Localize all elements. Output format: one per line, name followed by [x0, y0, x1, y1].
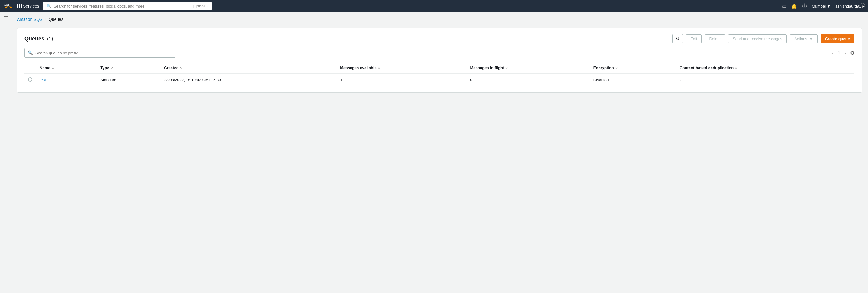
type-sort-icon: ▽ [111, 66, 113, 69]
table-body: test Standard 23/08/2022, 18:19:02 GMT+5… [25, 74, 855, 86]
breadcrumb: Amazon SQS › Queues [17, 17, 862, 22]
col-check-header [25, 62, 36, 74]
table-row: test Standard 23/08/2022, 18:19:02 GMT+5… [25, 74, 855, 86]
sidebar-toggle-button[interactable]: ☰ [4, 15, 8, 22]
create-queue-button[interactable]: Create queue [820, 34, 855, 43]
messages-avail-sort-icon: ▽ [378, 66, 380, 69]
encryption-sort-icon: ▽ [615, 66, 618, 69]
search-input[interactable] [54, 4, 191, 8]
breadcrumb-separator: › [45, 17, 46, 22]
col-encryption-header[interactable]: Encryption ▽ [590, 62, 676, 74]
row-dedup-cell: - [676, 74, 855, 86]
created-sort-icon: ▽ [180, 66, 182, 69]
nav-right: ▭ 🔔 ⓘ Mumbai ▼ ashishgaurd91 ▸ [782, 3, 864, 9]
col-type-header[interactable]: Type ▽ [97, 62, 160, 74]
queues-table: Name ▲ Type ▽ Created ▽ [25, 62, 855, 86]
region-selector[interactable]: Mumbai ▼ [812, 4, 831, 8]
column-settings-icon[interactable]: ⚙ [850, 50, 855, 56]
row-name-cell: test [36, 74, 97, 86]
table-search[interactable]: 🔍 [25, 48, 176, 58]
bell-icon[interactable]: 🔔 [791, 3, 797, 9]
row-radio-button[interactable] [28, 77, 32, 82]
col-name-header[interactable]: Name ▲ [36, 62, 97, 74]
services-menu[interactable]: Services [17, 4, 39, 8]
dedup-sort-icon: ▽ [735, 66, 737, 69]
table-search-input[interactable] [35, 51, 172, 55]
actions-arrow: ▼ [809, 36, 813, 41]
col-messages-flight-label: Messages in flight [470, 65, 504, 70]
name-sort-icon: ▲ [51, 66, 54, 69]
svg-text:aws: aws [4, 3, 9, 6]
panel-header: Queues (1) ↻ Edit Delete Send and receiv… [25, 34, 855, 43]
info-icon[interactable]: i [860, 3, 865, 8]
col-dedup-header[interactable]: Content-based deduplication ▽ [676, 62, 855, 74]
col-name-label: Name [39, 65, 50, 70]
region-arrow: ▼ [827, 4, 831, 8]
col-type-label: Type [100, 65, 109, 70]
row-created-cell: 23/08/2022, 18:19:02 GMT+5:30 [160, 74, 336, 86]
main-content: Amazon SQS › Queues Queues (1) ↻ Edit De… [11, 12, 868, 97]
col-dedup-label: Content-based deduplication [680, 65, 734, 70]
search-shortcut: [Option+S] [193, 4, 208, 8]
col-created-label: Created [164, 65, 179, 70]
grid-icon [17, 4, 22, 8]
region-label: Mumbai [812, 4, 826, 8]
delete-button[interactable]: Delete [705, 34, 725, 43]
global-search[interactable]: 🔍 [Option+S] [43, 2, 212, 10]
breadcrumb-parent-link[interactable]: Amazon SQS [17, 17, 42, 22]
pagination: ‹ 1 › ⚙ [830, 50, 855, 56]
queue-name-link[interactable]: test [39, 78, 46, 82]
next-page-button[interactable]: › [843, 50, 848, 56]
panel-count: (1) [47, 36, 53, 41]
row-messages-avail-cell: 1 [336, 74, 466, 86]
search-icon: 🔍 [46, 4, 51, 8]
refresh-button[interactable]: ↻ [672, 34, 683, 43]
services-label: Services [23, 4, 39, 8]
queues-panel: Queues (1) ↻ Edit Delete Send and receiv… [17, 28, 862, 93]
panel-title-text: Queues [25, 36, 44, 42]
current-page: 1 [838, 51, 840, 55]
edit-button[interactable]: Edit [686, 34, 702, 43]
send-receive-button[interactable]: Send and receive messages [728, 34, 787, 43]
top-navigation: aws Services 🔍 [Option+S] ▭ 🔔 ⓘ Mumbai ▼… [0, 0, 868, 12]
terminal-icon[interactable]: ▭ [782, 3, 786, 9]
table-header: Name ▲ Type ▽ Created ▽ [25, 62, 855, 74]
actions-button[interactable]: Actions ▼ [790, 34, 817, 43]
row-type-cell: Standard [97, 74, 160, 86]
prev-page-button[interactable]: ‹ [830, 50, 835, 56]
col-encryption-label: Encryption [593, 65, 614, 70]
messages-flight-sort-icon: ▽ [505, 66, 508, 69]
row-encryption-cell: Disabled [590, 74, 676, 86]
col-created-header[interactable]: Created ▽ [160, 62, 336, 74]
col-messages-flight-header[interactable]: Messages in flight ▽ [466, 62, 590, 74]
col-messages-avail-label: Messages available [340, 65, 377, 70]
aws-logo[interactable]: aws [4, 1, 13, 11]
table-search-icon: 🔍 [28, 51, 33, 55]
row-radio-cell[interactable] [25, 74, 36, 86]
breadcrumb-current: Queues [49, 17, 63, 22]
panel-title: Queues (1) [25, 36, 669, 42]
search-row: 🔍 ‹ 1 › ⚙ [25, 48, 855, 58]
col-messages-avail-header[interactable]: Messages available ▽ [336, 62, 466, 74]
row-messages-flight-cell: 0 [466, 74, 590, 86]
help-icon[interactable]: ⓘ [802, 3, 807, 9]
actions-label: Actions [794, 36, 807, 41]
